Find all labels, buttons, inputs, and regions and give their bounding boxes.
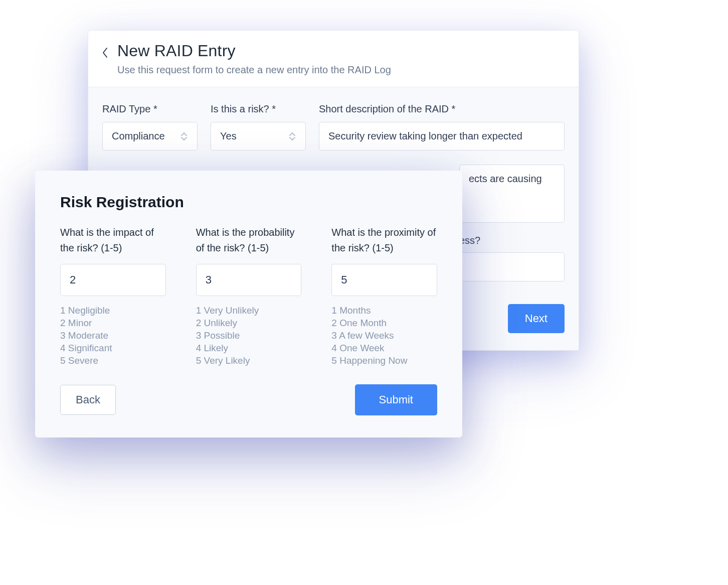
raid-type-select[interactable]: Compliance [102,122,198,151]
impact-label: What is the impact of the risk? (1-5) [60,225,166,256]
probability-input[interactable]: 3 [196,264,302,296]
is-risk-field: Is this a risk? * Yes [211,103,306,151]
long-desc-textarea[interactable]: ects are causing [459,165,565,223]
next-button[interactable]: Next [508,304,565,333]
impact-legend: 1 Negligible 2 Minor 3 Moderate 4 Signif… [60,305,166,366]
legend-item: 1 Very Unlikely [196,305,302,316]
probability-label: What is the probability of the risk? (1-… [196,225,302,256]
legend-item: 4 Likely [196,343,302,354]
updown-icon [288,131,296,142]
risk-registration-title: Risk Registration [60,194,437,211]
legend-item: 5 Severe [60,355,166,366]
legend-item: 4 One Week [331,343,437,354]
raid-entry-header: New RAID Entry Use this request form to … [88,31,579,87]
proximity-label: What is the proximity of the risk? (1-5) [331,225,437,256]
back-button[interactable]: Back [60,385,116,415]
updown-icon [180,131,188,142]
probability-value: 3 [206,273,212,286]
legend-item: 5 Very Likely [196,355,302,366]
short-desc-label: Short description of the RAID * [319,103,565,115]
page-title: New RAID Entry [117,42,391,60]
legend-item: 1 Negligible [60,305,166,316]
legend-item: 3 Possible [196,330,302,341]
proximity-input[interactable]: 5 [331,264,437,296]
legend-item: 3 A few Weeks [331,330,437,341]
proximity-column: What is the proximity of the risk? (1-5)… [331,225,437,366]
probability-legend: 1 Very Unlikely 2 Unlikely 3 Possible 4 … [196,305,302,366]
probability-column: What is the probability of the risk? (1-… [196,225,302,366]
hidden-question-input[interactable] [459,252,565,281]
legend-item: 1 Months [331,305,437,316]
short-desc-field: Short description of the RAID * Security… [319,103,565,151]
proximity-value: 5 [341,273,347,286]
short-desc-value: Security review taking longer than expec… [328,130,522,141]
legend-item: 2 One Month [331,318,437,329]
is-risk-value: Yes [220,130,237,142]
page-subtitle: Use this request form to create a new en… [117,64,391,76]
impact-value: 2 [70,273,76,286]
short-desc-input[interactable]: Security review taking longer than expec… [319,122,565,151]
risk-registration-card: Risk Registration What is the impact of … [35,171,462,437]
impact-input[interactable]: 2 [60,264,166,296]
hidden-question-label: ess? [459,235,565,246]
submit-button[interactable]: Submit [355,384,437,415]
legend-item: 2 Unlikely [196,318,302,329]
legend-item: 5 Happening Now [331,355,437,366]
is-risk-select[interactable]: Yes [211,122,306,151]
is-risk-label: Is this a risk? * [211,103,306,115]
legend-item: 3 Moderate [60,330,166,341]
raid-type-label: RAID Type * [102,103,198,115]
raid-type-value: Compliance [112,130,165,142]
impact-column: What is the impact of the risk? (1-5) 2 … [60,225,166,366]
long-desc-peek-text: ects are causing [469,173,542,185]
proximity-legend: 1 Months 2 One Month 3 A few Weeks 4 One… [331,305,437,366]
legend-item: 2 Minor [60,318,166,329]
raid-type-field: RAID Type * Compliance [102,103,198,151]
legend-item: 4 Significant [60,343,166,354]
back-chevron-icon[interactable] [100,44,110,62]
